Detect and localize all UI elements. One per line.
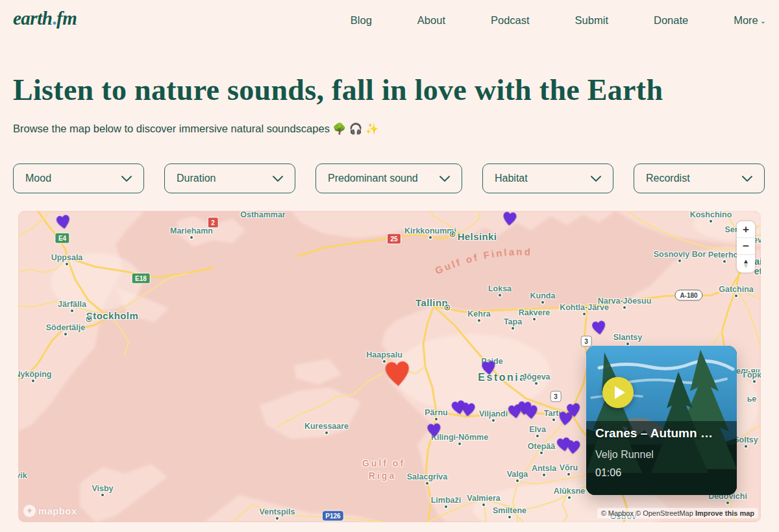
map-town-dot [541,301,544,304]
compass-button[interactable]: ▲ ▼ [737,255,755,272]
zoom-out-button[interactable]: − [737,238,755,255]
attribution-mapbox-link[interactable]: © Mapbox [601,509,634,517]
map-town-dot [512,327,514,330]
compass-south-icon: ▼ [743,264,749,268]
mapbox-logo-icon: ✦ [23,505,36,517]
map-town-dot [568,496,571,499]
nav-about[interactable]: About [417,14,445,27]
map-controls: + − ▲ ▼ [737,221,755,272]
logo-text-fm: fm [56,8,77,29]
play-button[interactable] [602,377,634,408]
map-marker-heart[interactable] [501,211,519,230]
map-town-dot [499,294,501,296]
page-subtitle: Browse the map below to discover immersi… [13,123,378,135]
map-town-dot [101,494,104,496]
map-town-dot [726,502,729,504]
filter-duration-label: Duration [177,173,216,184]
chevron-down-icon [439,176,450,182]
mapbox-logo-word: mapbox [38,505,77,516]
city-ring-icon [445,305,451,311]
map-town-dot [745,445,747,448]
map-town-dot [753,380,756,383]
filter-recordist[interactable]: Recordist [634,163,765,193]
map-town-dot [678,260,681,262]
filter-habitat-label: Habitat [495,173,528,184]
main-nav: Blog About Podcast Submit Donate More⌄ [351,14,766,27]
map-town-dot [66,263,68,265]
page-title: Listen to nature sounds, fall in love wi… [13,73,766,107]
filter-bar: Mood Duration Predominant sound Habitat … [13,163,765,193]
filter-duration[interactable]: Duration [164,163,295,193]
filter-mood[interactable]: Mood [13,163,144,193]
map-marker-heart[interactable] [480,359,499,380]
zoom-in-button[interactable]: + [737,221,755,238]
attribution-osm-link[interactable]: © OpenStreetMap [636,509,693,517]
logo-text-earth: earth [13,8,52,29]
map-town-dot [429,236,432,239]
map-town-dot [567,473,570,476]
nav-submit[interactable]: Submit [575,14,608,27]
chevron-down-icon [121,176,132,182]
map-town-dot [626,343,629,345]
filter-mood-label: Mood [25,173,51,184]
map-marker-heart[interactable] [54,212,74,234]
map-town-dot [583,313,586,315]
map-town-dot [71,309,73,312]
soundscape-popup-card[interactable]: Cranes – Autumn … Veljo Runnel 01:06 [586,346,737,495]
map-town-dot [536,435,539,437]
chevron-down-icon [591,176,601,182]
map-town-dot [710,220,712,223]
nav-blog[interactable]: Blog [351,14,372,27]
map-marker-heart-red[interactable] [381,357,414,392]
nav-podcast[interactable]: Podcast [491,14,530,27]
map-town-dot [325,431,328,434]
map-town-dot [552,418,555,421]
map-canvas[interactable]: Gulf of Finland Cranes – Autumn … Veljo … [18,211,761,522]
popup-title: Cranes – Autumn … [595,426,713,441]
map-town-dot [492,419,495,422]
map-town-dot [735,295,737,297]
map-marker-heart[interactable] [589,318,609,339]
map-attribution: © Mapbox © OpenStreetMap Improve this ma… [597,508,758,518]
popup-duration: 01:06 [595,467,621,479]
map-town-dot [723,260,726,263]
map-town-dot [435,418,438,420]
site-header: earth.fm Blog About Podcast Submit Donat… [0,0,779,42]
map-marker-heart[interactable] [459,400,478,422]
nav-more-label: More [734,14,758,26]
earthfm-logo[interactable]: earth.fm [13,8,77,29]
filter-habitat[interactable]: Habitat [482,163,613,193]
map-town-dot [535,382,538,385]
city-ring-icon [450,232,456,237]
map-town-dot [540,452,543,454]
nav-more[interactable]: More⌄ [734,14,766,27]
map-town-dot [533,318,536,320]
map-town-dot [458,442,461,445]
map-marker-heart[interactable] [556,409,575,431]
map-town-dot [508,516,511,518]
chevron-down-icon [273,176,283,182]
nav-donate[interactable]: Donate [654,14,688,27]
map-town-dot [623,306,626,309]
map-marker-heart[interactable] [564,438,583,459]
improve-this-map-link[interactable]: Improve this map [695,509,754,517]
map-town-dot [64,333,67,335]
map-town-dot [543,474,545,476]
map-marker-heart[interactable] [522,403,540,424]
play-icon [615,386,625,399]
map-town-dot [276,517,278,520]
map-marker-heart[interactable] [425,421,444,442]
filter-recordist-label: Recordist [646,173,690,184]
popup-recordist: Veljo Runnel [595,449,654,461]
map-town-dot [482,503,485,506]
mapbox-logo[interactable]: ✦ mapbox [23,505,77,517]
map-town-dot [478,319,480,322]
map-town-dot [190,236,193,239]
map-town-dot [32,380,34,382]
chevron-down-icon [742,176,752,182]
filter-predominant-sound-label: Predominant sound [328,173,418,184]
chevron-down-icon: ⌄ [760,17,766,25]
map-town-dot [426,482,428,485]
filter-predominant-sound[interactable]: Predominant sound [315,163,462,193]
map-town-dot [445,505,447,508]
